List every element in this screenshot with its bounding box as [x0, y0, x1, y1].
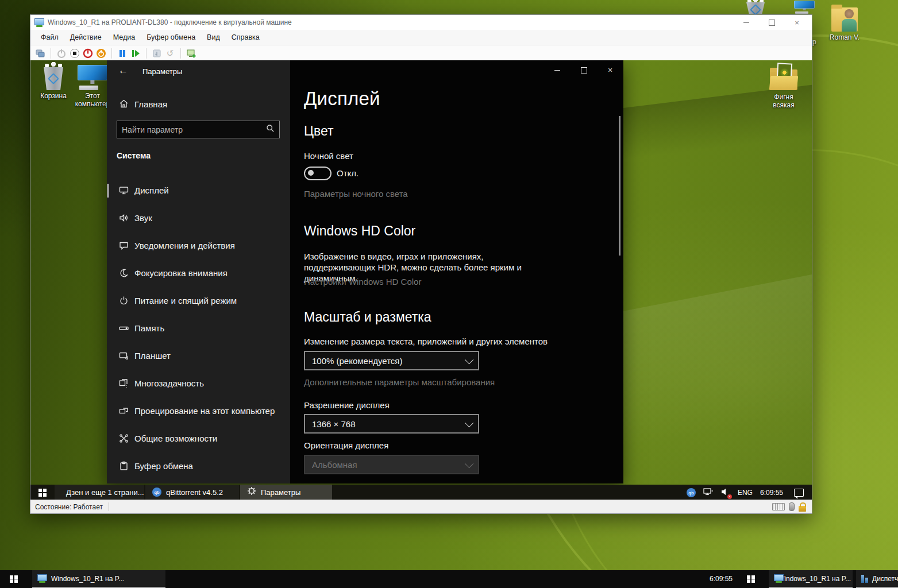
menu-file[interactable]: Файл [35, 30, 64, 45]
vm-stuff-folder-icon[interactable]: Фигня всякая [766, 64, 801, 109]
moon-icon [119, 268, 129, 280]
night-light-state: Откл. [337, 168, 359, 178]
vmconnect-app-icon [34, 18, 44, 27]
sidebar-item-projecting[interactable]: Проецирование на этот компьютер [107, 397, 290, 425]
qbittorrent-tray-icon[interactable]: qb [687, 488, 696, 497]
sidebar-item-shared-experiences[interactable]: Общие возможности [107, 425, 290, 452]
clipped-icon-label: p [812, 38, 816, 46]
vm-status-text: Состояние: Работает [35, 503, 103, 511]
settings-minimize-button[interactable] [549, 64, 566, 76]
resume-vm-icon[interactable] [130, 48, 141, 59]
vmwin-maximize-button[interactable] [759, 15, 784, 30]
vmwin-minimize-button[interactable] [734, 15, 759, 30]
orientation-dropdown[interactable]: Альбомная [304, 455, 479, 474]
scale-dropdown[interactable]: 100% (рекомендуется) [304, 351, 479, 370]
night-light-settings-link[interactable]: Параметры ночного света [304, 189, 408, 199]
start-vm-icon[interactable] [56, 48, 67, 59]
color-section-heading: Цвет [304, 123, 334, 139]
storage-icon [119, 323, 129, 335]
menu-help[interactable]: Справка [226, 30, 265, 45]
host-recycle-bin-icon[interactable] [742, 1, 769, 14]
menu-view[interactable]: Вид [201, 30, 226, 45]
vm-taskbar-edge-tab[interactable]: Дзен и еще 1 страни... [55, 485, 144, 501]
sidebar-item-notifications[interactable]: Уведомления и действия [107, 232, 290, 260]
night-light-label: Ночной свет [304, 151, 353, 161]
turn-off-vm-icon[interactable] [83, 48, 93, 59]
sidebar-item-clipboard[interactable]: Буфер обмена [107, 452, 290, 480]
vmconnect-title: Windows_10_R1 на PROLIANT-DL380 - подклю… [48, 18, 292, 26]
sidebar-home-label: Главная [134, 99, 167, 109]
toolbar-separator [111, 48, 112, 59]
action-center-icon[interactable] [794, 489, 804, 497]
sidebar-item-power-sleep[interactable]: Питание и спящий режим [107, 287, 290, 315]
chevron-down-icon [465, 418, 474, 427]
settings-window: ← Параметры Главная Система [107, 60, 623, 483]
settings-maximize-button[interactable] [575, 64, 592, 76]
menu-clipboard[interactable]: Буфер обмена [141, 30, 201, 45]
mute-badge: × [727, 494, 732, 499]
vmconnect-window: Windows_10_R1 на PROLIANT-DL380 - подклю… [30, 14, 812, 514]
vm-taskbar-settings-tab[interactable]: Параметры [240, 485, 332, 501]
night-light-toggle[interactable] [304, 167, 332, 180]
resolution-dropdown[interactable]: 1366 × 768 [304, 414, 479, 434]
settings-search-input[interactable] [117, 125, 266, 134]
hyperv-manager-icon [861, 575, 868, 583]
settings-search-box[interactable] [117, 121, 280, 138]
settings-scrollbar[interactable] [619, 116, 620, 256]
vmconnect-menubar: Файл Действие Медиа Буфер обмена Вид Спр… [30, 30, 812, 45]
scale-dropdown-value: 100% (рекомендуется) [312, 356, 402, 366]
ctrl-alt-del-icon[interactable] [35, 48, 45, 59]
power-icon [119, 296, 129, 308]
projecting-icon [119, 406, 129, 418]
display-icon [119, 185, 129, 198]
host-start-button-2[interactable] [737, 570, 765, 588]
settings-close-button[interactable]: × [602, 64, 619, 76]
host-user-folder-icon[interactable]: Roman V. [826, 4, 864, 41]
vm-taskbar-qbittorrent-tab[interactable]: qb qBittorrent v4.5.2 [145, 485, 239, 501]
windows-logo-icon [747, 575, 755, 583]
search-icon[interactable] [266, 124, 275, 135]
vm-this-pc-icon[interactable]: Этот компьютер [74, 65, 111, 108]
hdr-settings-link[interactable]: Настройки Windows HD Color [304, 277, 421, 287]
sidebar-section-label: Система [117, 151, 151, 160]
vmconnect-titlebar[interactable]: Windows_10_R1 на PROLIANT-DL380 - подклю… [30, 15, 812, 30]
stop-vm-icon[interactable] [70, 48, 80, 59]
host-clock[interactable]: 6:09:55 [687, 570, 733, 588]
mouse-capture-icon [789, 502, 795, 511]
host-computer-icon[interactable] [793, 1, 816, 14]
menu-action[interactable]: Действие [64, 30, 107, 45]
volume-muted-tray-icon[interactable]: × [721, 488, 730, 498]
vm-clock[interactable]: 6:09:55 [760, 489, 783, 497]
sidebar-item-home[interactable]: Главная [107, 94, 290, 115]
language-indicator[interactable]: ENG [738, 489, 753, 497]
sidebar-item-tablet[interactable]: Планшет [107, 342, 290, 370]
sidebar-item-storage[interactable]: Память [107, 315, 290, 342]
sidebar-item-display[interactable]: Дисплей [107, 177, 290, 204]
vmwin-close-button[interactable]: × [784, 15, 810, 30]
menu-media[interactable]: Медиа [107, 30, 141, 45]
sidebar-item-sound[interactable]: Звук [107, 204, 290, 232]
sidebar-item-focus-assist[interactable]: Фокусировка внимания [107, 260, 290, 287]
sidebar-item-multitasking[interactable]: Многозадачность [107, 370, 290, 397]
host-taskbar: Windows_10_R1 на P... 6:09:55 Windows_10… [0, 570, 898, 588]
vm-start-button[interactable] [30, 485, 55, 501]
checkpoint-icon[interactable] [186, 48, 196, 59]
advanced-scaling-link[interactable]: Дополнительные параметры масштабирования [304, 377, 495, 387]
tablet-icon [119, 351, 129, 363]
orientation-dropdown-value: Альбомная [312, 460, 357, 470]
save-state-icon[interactable] [152, 48, 162, 59]
host-taskbar-vm-button-1[interactable]: Windows_10_R1 на P... [32, 570, 165, 588]
shut-down-vm-icon[interactable] [96, 48, 106, 59]
revert-checkpoint-icon[interactable]: ↺ [165, 48, 175, 59]
network-tray-icon[interactable] [703, 488, 714, 498]
vm-recycle-bin-icon[interactable]: Корзина [36, 65, 71, 100]
pause-vm-icon[interactable] [117, 48, 128, 59]
back-button[interactable]: ← [118, 65, 128, 76]
toolbar-separator [51, 48, 51, 59]
lock-icon [799, 506, 806, 512]
host-taskbar-hyperv-manager-button[interactable]: Диспетчер [856, 570, 898, 588]
host-taskbar-vm-button-2[interactable]: Windows_10_R1 на P... [769, 570, 853, 588]
hdr-section-heading: Windows HD Color [304, 223, 415, 239]
multitasking-icon [119, 378, 129, 390]
host-start-button[interactable] [0, 570, 28, 588]
